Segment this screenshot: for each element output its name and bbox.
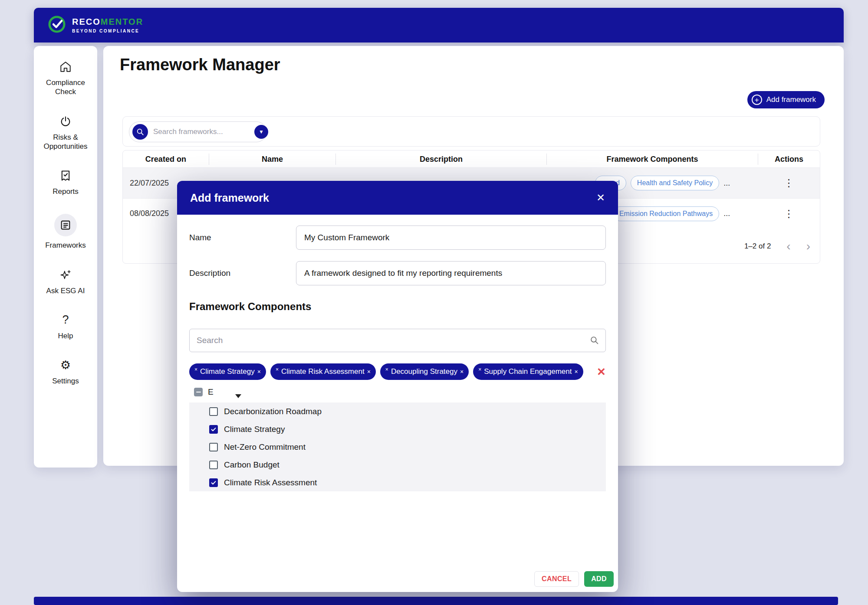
frameworks-icon xyxy=(59,218,72,232)
component-list-item[interactable]: Net-Zero Commitment xyxy=(189,438,606,456)
chip-remove-icon[interactable]: × xyxy=(478,366,481,373)
app-header: RECOMENTOR BEYOND COMPLIANCE xyxy=(34,8,844,43)
gear-icon: ⚙ xyxy=(60,360,71,371)
component-chip[interactable]: Health and Safety Policy xyxy=(631,176,719,190)
sidebar-item-reports[interactable]: Reports xyxy=(39,169,92,196)
question-icon: ? xyxy=(62,314,69,326)
description-field-row: Description xyxy=(189,261,606,285)
search-icon xyxy=(590,336,599,347)
chip-label: Supply Chain Engagement xyxy=(484,367,572,376)
search-filter-dropdown[interactable]: ▼ xyxy=(254,125,268,139)
component-search-input[interactable] xyxy=(189,329,606,352)
component-list-item[interactable]: Climate Risk Assessment xyxy=(189,474,606,491)
column-header-created-on: Created on xyxy=(123,154,209,165)
brand-name-primary: RECO xyxy=(72,17,101,26)
checkbox-unchecked[interactable] xyxy=(209,461,218,469)
sidebar-item-label: Settings xyxy=(39,376,92,386)
brand-text: RECOMENTOR BEYOND COMPLIANCE xyxy=(72,17,143,33)
sidebar-item-compliance-check[interactable]: Compliance Check xyxy=(39,60,92,97)
framework-search-bar: ▼ xyxy=(129,121,267,142)
component-item-label: Climate Strategy xyxy=(224,425,285,434)
name-field-row: Name xyxy=(189,226,606,250)
chip-remove-icon[interactable]: × xyxy=(460,368,464,375)
selected-components-row: × Climate Strategy × × Climate Risk Asse… xyxy=(189,363,606,380)
expand-caret-icon[interactable] xyxy=(235,394,241,398)
chevron-down-icon: ▼ xyxy=(259,129,264,135)
brand-tagline: BEYOND COMPLIANCE xyxy=(72,29,143,33)
modal-title: Add framework xyxy=(190,192,269,204)
modal-actions: CANCEL ADD xyxy=(534,571,614,587)
sidebar-item-label: Ask ESG AI xyxy=(39,286,92,295)
power-icon xyxy=(59,114,72,128)
column-header-name: Name xyxy=(209,154,336,165)
sidebar-item-label: Compliance Check xyxy=(39,78,92,97)
add-button[interactable]: ADD xyxy=(584,571,614,587)
selected-component-chip[interactable]: × Climate Strategy × xyxy=(189,363,266,380)
search-icon[interactable] xyxy=(132,124,148,140)
bottom-bar xyxy=(34,597,838,605)
search-toolbar: ▼ xyxy=(122,116,820,147)
sidebar-item-settings[interactable]: ⚙ Settings xyxy=(39,358,92,386)
page-title: Framework Manager xyxy=(120,56,280,74)
chip-remove-icon[interactable]: × xyxy=(385,366,388,373)
description-field[interactable] xyxy=(296,261,606,285)
chip-remove-icon[interactable]: × xyxy=(194,366,197,373)
sidebar-item-ask-esg-ai[interactable]: Ask ESG AI xyxy=(39,268,92,295)
active-item-highlight xyxy=(54,214,77,236)
component-item-label: Carbon Budget xyxy=(224,460,279,470)
component-list-item[interactable]: Decarbonization Roadmap xyxy=(189,402,606,420)
sidebar-item-label: Frameworks xyxy=(39,241,92,250)
column-header-actions: Actions xyxy=(758,154,820,165)
sidebar-item-label: Reports xyxy=(39,187,92,196)
description-label: Description xyxy=(189,268,296,278)
actions-cell: ⋮ xyxy=(758,178,820,188)
report-icon xyxy=(59,169,72,183)
chip-label: Climate Strategy xyxy=(200,367,255,376)
component-search xyxy=(189,329,606,352)
brand-logo: RECOMENTOR BEYOND COMPLIANCE xyxy=(47,14,143,36)
checkbox-checked[interactable] xyxy=(209,478,218,487)
sidebar-item-frameworks[interactable]: Frameworks xyxy=(39,214,92,250)
checkbox-unchecked[interactable] xyxy=(209,407,218,416)
chip-remove-icon[interactable]: × xyxy=(367,368,371,375)
add-framework-button[interactable]: + Add framework xyxy=(747,91,825,108)
clear-all-icon[interactable]: ✕ xyxy=(597,366,606,377)
close-icon[interactable]: ✕ xyxy=(596,193,605,203)
more-components-ellipsis: ... xyxy=(723,179,730,188)
sidebar-item-label: Help xyxy=(39,331,92,340)
chip-remove-icon[interactable]: × xyxy=(574,368,578,375)
cancel-button[interactable]: CANCEL xyxy=(534,571,579,587)
indeterminate-checkbox[interactable] xyxy=(194,388,203,396)
component-list: Decarbonization Roadmap Climate Strategy… xyxy=(189,402,606,491)
more-components-ellipsis: ... xyxy=(723,209,730,218)
selected-component-chip[interactable]: × Decoupling Strategy × xyxy=(380,363,469,380)
selected-component-chip[interactable]: × Climate Risk Assessment × xyxy=(270,363,376,380)
row-actions-kebab-icon[interactable]: ⋮ xyxy=(784,178,794,188)
name-label: Name xyxy=(189,233,296,242)
component-tree-group: E xyxy=(194,386,214,398)
brand-name-secondary: MENTOR xyxy=(101,17,143,26)
component-item-label: Climate Risk Assessment xyxy=(224,478,317,487)
component-item-label: Decarbonization Roadmap xyxy=(224,407,322,416)
row-actions-kebab-icon[interactable]: ⋮ xyxy=(784,209,794,219)
home-icon xyxy=(59,60,72,74)
chip-remove-icon[interactable]: × xyxy=(257,368,261,375)
component-chip[interactable]: Emission Reduction Pathways xyxy=(613,206,719,221)
name-field[interactable] xyxy=(296,226,606,250)
checkbox-unchecked[interactable] xyxy=(209,443,218,451)
sidebar-item-help[interactable]: ? Help xyxy=(39,313,92,340)
chevron-right-icon[interactable]: › xyxy=(806,240,810,252)
framework-search-input[interactable] xyxy=(153,128,249,136)
component-list-item[interactable]: Climate Strategy xyxy=(189,420,606,438)
chip-label: Decoupling Strategy xyxy=(391,367,457,376)
sidebar-item-risks-opportunities[interactable]: Risks & Opportunities xyxy=(39,114,92,151)
component-list-item[interactable]: Carbon Budget xyxy=(189,456,606,474)
chip-remove-icon[interactable]: × xyxy=(276,366,279,373)
modal-header: Add framework ✕ xyxy=(177,181,618,215)
checkbox-checked[interactable] xyxy=(209,425,218,434)
column-header-description: Description xyxy=(335,154,546,165)
chip-label: Climate Risk Assessment xyxy=(281,367,365,376)
chevron-left-icon[interactable]: ‹ xyxy=(786,240,790,252)
selected-component-chip[interactable]: × Supply Chain Engagement × xyxy=(473,363,583,380)
tree-group-label: E xyxy=(208,387,214,397)
